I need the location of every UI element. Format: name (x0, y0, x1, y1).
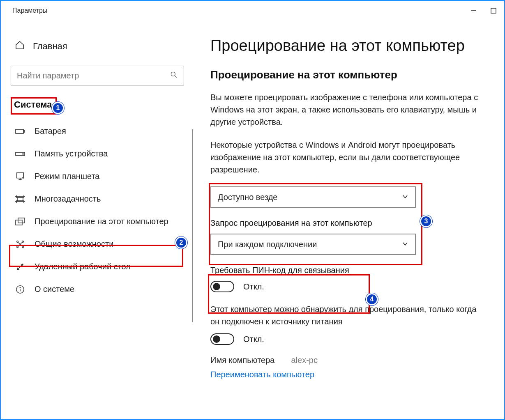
sidebar-item-multitasking[interactable]: Многозадачность (11, 188, 184, 210)
svg-point-20 (17, 246, 18, 248)
pin-toggle-row: Откл. (210, 281, 488, 292)
svg-line-3 (175, 76, 177, 77)
svg-point-21 (22, 246, 24, 248)
sidebar-item-label: Проецирование на этот компьютер (35, 217, 168, 226)
ask-dropdown[interactable]: При каждом подключении (210, 234, 416, 255)
sidebar-item-label: Режим планшета (35, 172, 99, 181)
search-input-wrapper[interactable] (11, 66, 184, 85)
ask-label: Запрос проецирования на этот компьютер (210, 218, 488, 228)
svg-point-7 (23, 154, 23, 154)
sidebar-item-storage[interactable]: Память устройства (11, 142, 184, 165)
svg-rect-16 (16, 220, 22, 225)
svg-rect-5 (24, 131, 25, 132)
sidebar-item-label: Многозадачность (35, 194, 101, 204)
svg-point-27 (20, 287, 20, 287)
shared-icon (15, 240, 25, 249)
sidebar-item-label: Память устройства (35, 149, 108, 158)
availability-dropdown[interactable]: Доступно везде (210, 186, 416, 208)
info-icon (15, 285, 25, 294)
svg-point-18 (17, 241, 18, 242)
sidebar-item-about[interactable]: О системе (11, 278, 184, 301)
rename-link[interactable]: Переименовать компьютер (210, 370, 314, 379)
pcname-value: alex-pc (291, 356, 317, 365)
search-input[interactable] (17, 71, 170, 80)
sidebar-home[interactable]: Главная (11, 37, 184, 56)
multitask-icon (15, 195, 25, 203)
discover-toggle[interactable] (210, 333, 234, 345)
chevron-down-icon (402, 240, 408, 249)
svg-rect-11 (17, 197, 23, 201)
sidebar-item-projecting[interactable]: Проецирование на этот компьютер (11, 210, 184, 233)
sidebar-item-tablet[interactable]: Режим планшета (11, 165, 184, 188)
home-icon (15, 40, 25, 53)
pin-toggle-state: Откл. (243, 282, 264, 291)
storage-icon (15, 151, 25, 157)
minimize-button[interactable] (470, 7, 478, 15)
remote-icon (15, 262, 25, 271)
svg-rect-1 (491, 8, 496, 13)
sidebar-item-label: О системе (35, 285, 74, 294)
description-paragraph: Вы можете проецировать изображение с тел… (210, 91, 488, 128)
sidebar-scrollbar[interactable] (192, 129, 193, 322)
maximize-button[interactable] (489, 7, 498, 15)
pin-label: Требовать ПИН-код для связывания (210, 266, 488, 275)
sidebar-item-remote[interactable]: Удаленный рабочий стол (11, 255, 184, 278)
sidebar-section-crumb[interactable]: Система (11, 97, 55, 112)
discover-label: Этот компьютер можно обнаружить для прое… (210, 303, 488, 328)
window-title: Параметры (12, 7, 47, 14)
svg-point-19 (22, 241, 24, 242)
pin-toggle[interactable] (210, 281, 234, 292)
svg-line-24 (17, 264, 23, 270)
permission-paragraph: Некоторые устройства с Windows и Android… (210, 139, 488, 176)
sidebar-item-label: Батарея (35, 126, 66, 136)
dropdown-value: При каждом подключении (218, 240, 317, 249)
main-content: Проецирование на этот компьютер Проециро… (194, 21, 504, 419)
chevron-down-icon (402, 193, 408, 202)
project-icon (15, 218, 25, 226)
pcname-row: Имя компьютера alex-pc (210, 356, 488, 365)
tablet-icon (15, 172, 25, 181)
page-title: Проецирование на этот компьютер (210, 37, 488, 55)
window-controls (470, 7, 498, 15)
section-title: Проецирование на этот компьютер (210, 69, 488, 81)
pcname-label: Имя компьютера (210, 356, 274, 365)
sidebar-item-label: Общие возможности (35, 239, 113, 249)
sidebar-item-battery[interactable]: Батарея (11, 120, 184, 142)
sidebar-item-label: Удаленный рабочий стол (35, 262, 131, 271)
battery-icon (15, 129, 25, 134)
discover-toggle-state: Откл. (243, 335, 264, 344)
svg-point-2 (171, 72, 175, 76)
titlebar: Параметры (1, 1, 504, 21)
sidebar-nav: Батарея Память устройства Режим планшета… (11, 120, 184, 301)
search-icon (170, 71, 178, 81)
sidebar-item-shared[interactable]: Общие возможности (11, 233, 184, 255)
sidebar: Главная Система Батарея Память устройств… (1, 21, 194, 419)
svg-rect-17 (18, 218, 25, 223)
discover-toggle-row: Откл. (210, 333, 488, 345)
dropdown-value: Доступно везде (218, 193, 277, 202)
svg-rect-4 (16, 129, 23, 133)
sidebar-home-label: Главная (33, 41, 67, 52)
